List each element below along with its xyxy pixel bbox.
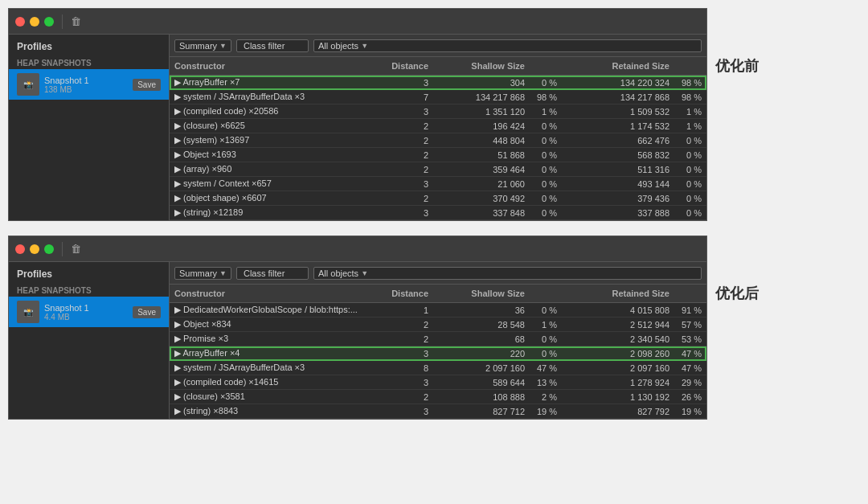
- snapshot-info: Snapshot 1 4.4 MB: [44, 303, 128, 322]
- table-row[interactable]: ▶ system / JSArrayBufferData ×37134 217 …: [170, 90, 706, 104]
- table-header: ConstructorDistanceShallow SizeRetained …: [170, 285, 706, 303]
- panel-label-before: 优化前: [715, 8, 772, 76]
- retained-pct-cell: 47 %: [674, 362, 706, 375]
- shallow-size-cell: 196 424: [433, 120, 530, 133]
- column-header-1: Distance: [369, 287, 433, 300]
- objects-dropdown[interactable]: All objects ▼: [313, 267, 702, 280]
- panel-row-after: 🗑 Profiles HEAP SNAPSHOTS 📸 Snapshot 1 4…: [8, 236, 860, 420]
- constructor-cell: ▶ (system) ×13697: [170, 133, 369, 147]
- retained-size-cell: 568 832: [562, 149, 674, 162]
- table-row[interactable]: ▶ (compiled code) ×2058631 351 1201 %1 5…: [170, 104, 706, 119]
- minimize-button[interactable]: [30, 17, 39, 27]
- column-header-4: Retained Size: [562, 287, 674, 300]
- retained-size-cell: 827 792: [562, 405, 674, 418]
- table-row[interactable]: ▶ (object shape) ×66072370 4920 %379 436…: [170, 191, 706, 206]
- distance-cell: 2: [369, 318, 433, 331]
- table-row[interactable]: ▶ (closure) ×35812108 8882 %1 130 19226 …: [170, 390, 706, 404]
- shallow-pct-cell: 1 %: [530, 105, 562, 118]
- table-row[interactable]: ▶ system / Context ×657321 0600 %493 144…: [170, 177, 706, 191]
- column-header-5: [674, 287, 706, 300]
- snapshot-item[interactable]: 📸 Snapshot 1 4.4 MB Save: [9, 297, 169, 327]
- class-filter-input[interactable]: Class filter: [236, 39, 309, 52]
- retained-pct-cell: 0 %: [674, 134, 706, 147]
- maximize-button[interactable]: [44, 17, 54, 27]
- summary-dropdown[interactable]: Summary ▼: [174, 39, 231, 52]
- trash-icon[interactable]: 🗑: [71, 15, 81, 27]
- objects-dropdown[interactable]: All objects ▼: [313, 39, 702, 52]
- devtools-panel-before: 🗑 Profiles HEAP SNAPSHOTS 📸 Snapshot 1 1…: [8, 8, 707, 221]
- table-row[interactable]: ▶ (array) ×9602359 4640 %511 3160 %: [170, 162, 706, 177]
- constructor-cell: ▶ ArrayBuffer ×4: [170, 346, 369, 360]
- distance-cell: 3: [369, 178, 433, 191]
- shallow-pct-cell: 1 %: [530, 318, 562, 331]
- shallow-pct-cell: 2 %: [530, 391, 562, 404]
- shallow-size-cell: 2 097 160: [433, 362, 530, 375]
- retained-size-cell: 493 144: [562, 178, 674, 191]
- shallow-size-cell: 589 644: [433, 376, 530, 389]
- table-row[interactable]: ▶ (string) ×121893337 8480 %337 8880 %: [170, 206, 706, 220]
- shallow-size-cell: 108 888: [433, 391, 530, 404]
- table-row[interactable]: ▶ ArrayBuffer ×733040 %134 220 32498 %: [170, 76, 706, 90]
- shallow-pct-cell: 0 %: [530, 149, 562, 162]
- retained-pct-cell: 1 %: [674, 120, 706, 133]
- constructor-cell: ▶ Object ×1693: [170, 148, 369, 162]
- snapshot-item[interactable]: 📸 Snapshot 1 138 MB Save: [9, 69, 169, 100]
- distance-cell: 3: [369, 76, 433, 89]
- snapshot-name: Snapshot 1: [44, 303, 128, 313]
- summary-dropdown[interactable]: Summary ▼: [174, 267, 231, 280]
- objects-label: All objects: [318, 41, 358, 51]
- retained-size-cell: 511 316: [562, 163, 674, 176]
- retained-pct-cell: 19 %: [674, 405, 706, 418]
- distance-cell: 2: [369, 192, 433, 205]
- retained-pct-cell: 0 %: [674, 192, 706, 205]
- constructor-cell: ▶ system / Context ×657: [170, 177, 369, 191]
- sidebar: Profiles HEAP SNAPSHOTS 📸 Snapshot 1 138…: [9, 35, 170, 220]
- panel-body: Profiles HEAP SNAPSHOTS 📸 Snapshot 1 4.4…: [9, 262, 706, 419]
- retained-pct-cell: 47 %: [674, 347, 706, 360]
- snapshot-size: 138 MB: [44, 85, 128, 94]
- shallow-pct-cell: 0 %: [530, 192, 562, 205]
- table-row[interactable]: ▶ DedicatedWorkerGlobalScope / blob:http…: [170, 303, 706, 318]
- retained-pct-cell: 29 %: [674, 376, 706, 389]
- distance-cell: 3: [369, 347, 433, 360]
- table-row[interactable]: ▶ (string) ×88433827 71219 %827 79219 %: [170, 404, 706, 419]
- distance-cell: 2: [369, 120, 433, 133]
- save-button[interactable]: Save: [133, 306, 161, 318]
- distance-cell: 2: [369, 333, 433, 346]
- constructor-cell: ▶ (string) ×8843: [170, 404, 369, 418]
- maximize-button[interactable]: [44, 244, 54, 254]
- table-row[interactable]: ▶ Object ×1693251 8680 %568 8320 %: [170, 148, 706, 162]
- table-header: ConstructorDistanceShallow SizeRetained …: [170, 57, 706, 76]
- close-button[interactable]: [15, 17, 25, 27]
- toolbar-sep: [62, 242, 63, 256]
- shallow-pct-cell: 0 %: [530, 207, 562, 219]
- constructor-cell: ▶ (compiled code) ×14615: [170, 375, 369, 389]
- summary-dropdown-arrow: ▼: [219, 42, 227, 50]
- retained-pct-cell: 53 %: [674, 333, 706, 346]
- toolbar-sep: [62, 14, 63, 29]
- constructor-cell: ▶ (string) ×12189: [170, 206, 369, 219]
- sidebar-section-label: HEAP SNAPSHOTS: [9, 283, 169, 297]
- save-button[interactable]: Save: [133, 79, 161, 91]
- retained-size-cell: 2 097 160: [562, 362, 674, 375]
- window-toolbar: 🗑: [9, 236, 706, 262]
- table-row[interactable]: ▶ Promise ×32680 %2 340 54053 %: [170, 332, 706, 346]
- table-row[interactable]: ▶ ArrayBuffer ×432200 %2 098 26047 %: [170, 346, 706, 361]
- class-filter-input[interactable]: Class filter: [236, 267, 309, 280]
- minimize-button[interactable]: [30, 244, 39, 254]
- sidebar-title: Profiles: [9, 262, 169, 283]
- table-row[interactable]: ▶ system / JSArrayBufferData ×382 097 16…: [170, 361, 706, 375]
- distance-cell: 3: [369, 105, 433, 118]
- constructor-cell: ▶ (closure) ×6625: [170, 119, 369, 133]
- snapshot-size: 4.4 MB: [44, 313, 128, 322]
- distance-cell: 2: [369, 163, 433, 176]
- table-row[interactable]: ▶ (closure) ×66252196 4240 %1 174 5321 %: [170, 119, 706, 133]
- retained-pct-cell: 98 %: [674, 76, 706, 89]
- close-button[interactable]: [15, 244, 25, 254]
- table-row[interactable]: ▶ (system) ×136972448 8040 %662 4760 %: [170, 133, 706, 148]
- trash-icon[interactable]: 🗑: [71, 243, 81, 255]
- table-row[interactable]: ▶ (compiled code) ×146153589 64413 %1 27…: [170, 375, 706, 390]
- retained-size-cell: 134 220 324: [562, 76, 674, 89]
- table-row[interactable]: ▶ Object ×834228 5481 %2 512 94457 %: [170, 318, 706, 332]
- shallow-pct-cell: 98 %: [530, 91, 562, 104]
